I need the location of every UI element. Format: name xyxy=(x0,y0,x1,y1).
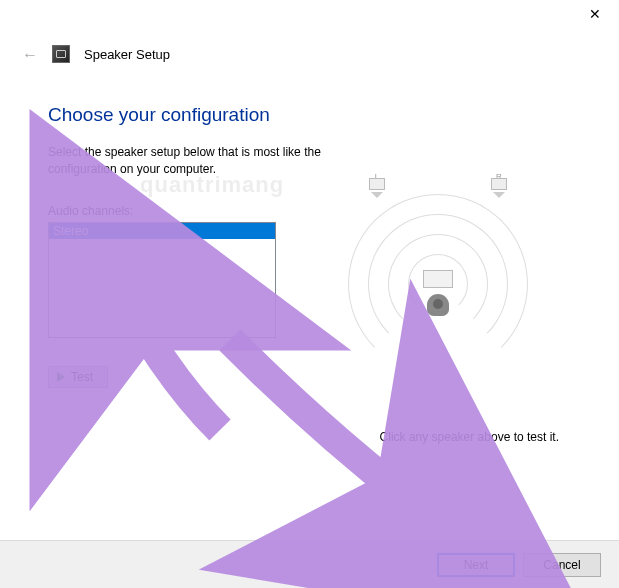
speaker-setup-icon xyxy=(52,45,70,63)
monitor-icon xyxy=(423,270,453,288)
right-speaker-icon[interactable]: R xyxy=(486,178,512,200)
test-button-label: Test xyxy=(71,370,93,384)
audio-channels-listbox[interactable]: Stereo xyxy=(48,222,276,338)
channel-option-stereo[interactable]: Stereo xyxy=(49,223,275,239)
test-button[interactable]: Test xyxy=(48,366,108,388)
audio-channels-label: Audio channels: xyxy=(48,204,288,218)
speaker-test-hint: Click any speaker above to test it. xyxy=(380,430,559,444)
back-arrow-icon: ← xyxy=(22,44,38,64)
speaker-layout-diagram: L R xyxy=(328,174,548,354)
instruction-text: Select the speaker setup below that is m… xyxy=(48,144,348,178)
window-title: Speaker Setup xyxy=(84,47,170,62)
page-heading: Choose your configuration xyxy=(48,104,579,126)
next-button[interactable]: Next xyxy=(437,553,515,577)
listener-icon xyxy=(427,294,449,316)
dialog-footer: Next Cancel xyxy=(0,540,619,588)
left-speaker-icon[interactable]: L xyxy=(364,178,390,200)
close-button[interactable]: ✕ xyxy=(581,6,609,22)
play-icon xyxy=(57,372,65,382)
cancel-button[interactable]: Cancel xyxy=(523,553,601,577)
